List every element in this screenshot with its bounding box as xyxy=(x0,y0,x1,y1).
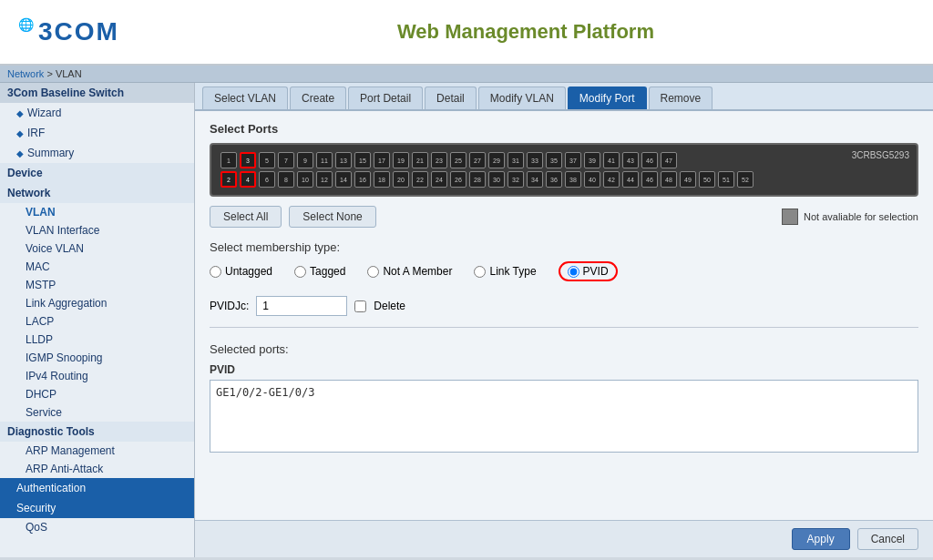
radio-tagged[interactable]: Tagged xyxy=(294,265,345,278)
port-43-top[interactable]: 43 xyxy=(622,152,639,168)
port-21-top[interactable]: 21 xyxy=(412,152,428,168)
port-39-top[interactable]: 39 xyxy=(584,152,600,168)
port-19-top[interactable]: 19 xyxy=(393,152,409,168)
port-13-top[interactable]: 13 xyxy=(335,152,352,168)
sidebar-item-vlan[interactable]: VLAN xyxy=(0,203,194,221)
sidebar-group-device[interactable]: Device xyxy=(0,163,194,183)
radio-not-a-member-input[interactable] xyxy=(367,266,379,278)
sidebar-item-mac[interactable]: MAC xyxy=(0,258,194,276)
port-24-bottom[interactable]: 24 xyxy=(431,171,447,188)
port-48-bottom[interactable]: 48 xyxy=(661,171,677,188)
port-30-bottom[interactable]: 30 xyxy=(488,171,505,188)
sidebar-item-ipv4-routing[interactable]: IPv4 Routing xyxy=(0,367,194,385)
port-29-top[interactable]: 29 xyxy=(488,152,505,168)
sidebar-item-mstp[interactable]: MSTP xyxy=(0,276,194,294)
port-26-bottom[interactable]: 26 xyxy=(450,171,466,188)
port-36-bottom[interactable]: 36 xyxy=(546,171,562,188)
radio-not-a-member[interactable]: Not A Member xyxy=(367,265,452,278)
sidebar-item-dhcp[interactable]: DHCP xyxy=(0,385,194,403)
port-37-top[interactable]: 37 xyxy=(565,152,581,168)
port-17-top[interactable]: 17 xyxy=(374,152,390,168)
sidebar-item-vlan-interface[interactable]: VLAN Interface xyxy=(0,221,194,239)
sidebar-switch-header[interactable]: 3Com Baseline Switch xyxy=(0,83,194,103)
sidebar-item-qos[interactable]: QoS xyxy=(0,518,194,536)
sidebar-item-lacp[interactable]: LACP xyxy=(0,312,194,331)
port-31-top[interactable]: 31 xyxy=(508,152,524,168)
port-16-bottom[interactable]: 16 xyxy=(354,171,371,188)
sidebar-group-diagnostic[interactable]: Diagnostic Tools xyxy=(0,422,194,442)
sidebar-item-service[interactable]: Service xyxy=(0,403,194,422)
radio-pvid[interactable]: PVID xyxy=(559,261,618,281)
radio-pvid-input[interactable] xyxy=(568,266,579,278)
sidebar-item-link-aggregation[interactable]: Link Aggregation xyxy=(0,294,194,312)
sidebar-item-security[interactable]: Security xyxy=(0,498,194,518)
cancel-button[interactable]: Cancel xyxy=(857,528,918,550)
port-11-top[interactable]: 11 xyxy=(316,152,333,168)
radio-untagged[interactable]: Untagged xyxy=(210,265,272,278)
port-6-bottom[interactable]: 6 xyxy=(259,171,275,188)
port-46-top[interactable]: 46 xyxy=(641,152,658,168)
port-52-bottom[interactable]: 52 xyxy=(737,171,754,188)
port-3-top[interactable]: 3 xyxy=(240,152,256,168)
pvid-input[interactable] xyxy=(256,296,347,316)
sidebar-item-summary[interactable]: ◆ Summary xyxy=(0,143,194,163)
port-7-top[interactable]: 7 xyxy=(278,152,294,168)
port-22-bottom[interactable]: 22 xyxy=(412,171,428,188)
port-42-bottom[interactable]: 42 xyxy=(603,171,620,188)
port-4-bottom[interactable]: 4 xyxy=(240,171,256,188)
breadcrumb-network[interactable]: Network xyxy=(7,68,44,79)
tab-port-detail[interactable]: Port Detail xyxy=(348,87,423,109)
port-14-bottom[interactable]: 14 xyxy=(335,171,352,188)
select-none-button[interactable]: Select None xyxy=(289,206,375,228)
port-41-top[interactable]: 41 xyxy=(603,152,620,168)
sidebar-item-arp-anti-attack[interactable]: ARP Anti-Attack xyxy=(0,460,194,478)
port-15-top[interactable]: 15 xyxy=(354,152,371,168)
port-28-bottom[interactable]: 28 xyxy=(469,171,486,188)
port-35-top[interactable]: 35 xyxy=(546,152,562,168)
port-49-bottom[interactable]: 49 xyxy=(680,171,696,188)
radio-tagged-input[interactable] xyxy=(294,266,306,278)
sidebar-item-lldp[interactable]: LLDP xyxy=(0,331,194,349)
sidebar-item-irf[interactable]: ◆ IRF xyxy=(0,123,194,143)
tab-modify-port[interactable]: Modify Port xyxy=(568,87,647,109)
port-12-bottom[interactable]: 12 xyxy=(316,171,333,188)
radio-link-type[interactable]: Link Type xyxy=(474,265,536,278)
port-2-bottom[interactable]: 2 xyxy=(220,171,237,188)
port-25-top[interactable]: 25 xyxy=(450,152,466,168)
port-8-bottom[interactable]: 8 xyxy=(278,171,294,188)
tab-modify-vlan[interactable]: Modify VLAN xyxy=(478,87,566,109)
port-23-top[interactable]: 23 xyxy=(431,152,447,168)
port-32-bottom[interactable]: 32 xyxy=(508,171,524,188)
port-46-bottom[interactable]: 46 xyxy=(641,171,658,188)
tab-select-vlan[interactable]: Select VLAN xyxy=(202,87,288,109)
port-10-bottom[interactable]: 10 xyxy=(297,171,313,188)
port-5-top[interactable]: 5 xyxy=(259,152,275,168)
sidebar-item-wizard[interactable]: ◆ Wizard xyxy=(0,103,194,123)
selected-ports-textarea[interactable] xyxy=(210,380,918,453)
port-33-top[interactable]: 33 xyxy=(527,152,543,168)
apply-button[interactable]: Apply xyxy=(792,528,850,550)
port-27-top[interactable]: 27 xyxy=(469,152,486,168)
port-50-bottom[interactable]: 50 xyxy=(699,171,715,188)
sidebar-item-igmp-snooping[interactable]: IGMP Snooping xyxy=(0,349,194,367)
port-47-top[interactable]: 47 xyxy=(661,152,677,168)
port-18-bottom[interactable]: 18 xyxy=(374,171,390,188)
tab-create[interactable]: Create xyxy=(290,87,346,109)
port-1-top[interactable]: 1 xyxy=(220,152,237,168)
tab-remove[interactable]: Remove xyxy=(649,87,713,109)
sidebar-item-voice-vlan[interactable]: Voice VLAN xyxy=(0,239,194,258)
delete-checkbox[interactable] xyxy=(354,300,366,312)
port-44-bottom[interactable]: 44 xyxy=(622,171,639,188)
select-all-button[interactable]: Select All xyxy=(210,206,282,228)
port-20-bottom[interactable]: 20 xyxy=(393,171,409,188)
radio-link-type-input[interactable] xyxy=(474,266,486,278)
sidebar-item-arp-management[interactable]: ARP Management xyxy=(0,442,194,460)
port-9-top[interactable]: 9 xyxy=(297,152,313,168)
sidebar-item-authentication[interactable]: Authentication xyxy=(0,478,194,498)
port-51-bottom[interactable]: 51 xyxy=(718,171,734,188)
port-38-bottom[interactable]: 38 xyxy=(565,171,581,188)
port-34-bottom[interactable]: 34 xyxy=(527,171,543,188)
tab-detail[interactable]: Detail xyxy=(425,87,477,109)
port-40-bottom[interactable]: 40 xyxy=(584,171,600,188)
sidebar-group-network[interactable]: Network xyxy=(0,183,194,203)
